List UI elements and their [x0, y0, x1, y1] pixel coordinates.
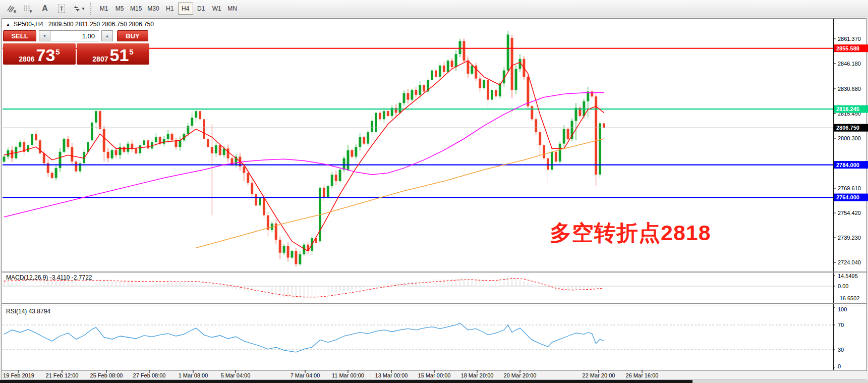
- text-tool-icon[interactable]: T: [54, 2, 69, 15]
- volume-increase-button[interactable]: ▲: [101, 30, 113, 41]
- symbol-label: SP500-,H4: [14, 21, 43, 28]
- toolbar-separator: [90, 3, 91, 15]
- sell-button[interactable]: SELL: [3, 30, 36, 41]
- timeframe-w1[interactable]: W1: [209, 3, 224, 15]
- buy-button[interactable]: BUY: [117, 30, 148, 41]
- buy-quote[interactable]: 2807 51 5: [77, 43, 149, 65]
- volume-input[interactable]: [50, 30, 99, 41]
- svg-text:F: F: [30, 9, 32, 13]
- timeframe-d1[interactable]: D1: [194, 3, 209, 15]
- indicator-lines-icon[interactable]: E: [4, 2, 19, 15]
- timeframe-h1[interactable]: H1: [162, 3, 178, 15]
- timeframe-h4[interactable]: H4: [178, 3, 193, 15]
- buy-price-sup: 5: [129, 48, 133, 56]
- chart-window[interactable]: [2, 18, 866, 380]
- text-label-icon[interactable]: A: [37, 2, 52, 15]
- macd-label: MACD(12,26,9) -3.4110 -2.7722: [6, 274, 92, 281]
- collapse-arrow-icon[interactable]: ▲: [6, 22, 10, 27]
- bottom-strip-right: [692, 380, 868, 383]
- sell-quote[interactable]: 2806 73 5: [3, 43, 76, 65]
- buy-price-prefix: 2807: [92, 56, 108, 63]
- dropdown-caret-icon: ▾: [82, 6, 85, 11]
- bottom-strip: [0, 380, 692, 383]
- svg-text:E: E: [14, 9, 17, 13]
- sell-price-sup: 5: [55, 48, 60, 56]
- chart-title: ▲ SP500-,H4 2809.500 2811.250 2806.750 2…: [6, 21, 154, 28]
- ohlc-label: 2809.500 2811.250 2806.750 2806.750: [48, 21, 154, 28]
- rsi-label: RSI(14) 43.8794: [6, 308, 50, 315]
- sell-price-prefix: 2806: [19, 56, 34, 63]
- timeframe-m5[interactable]: M5: [112, 3, 127, 15]
- timeframe-m15[interactable]: M15: [128, 3, 144, 15]
- sell-price-big: 73: [36, 48, 55, 63]
- timeframe-group: M1M5M15M30H1H4D1W1MN: [96, 3, 241, 15]
- one-click-trading-panel: SELL ▼ ▲ BUY 2806 73 5 2807 51 5: [3, 30, 149, 65]
- timeframe-mn[interactable]: MN: [225, 3, 240, 15]
- timeframe-m30[interactable]: M30: [145, 3, 161, 15]
- timeframe-m1[interactable]: M1: [96, 3, 111, 15]
- arrow-tools-icon[interactable]: ▾: [71, 2, 86, 15]
- annotation-text: 多空转折点2818: [550, 218, 711, 248]
- fibonacci-grid-icon[interactable]: F: [21, 2, 36, 15]
- volume-decrease-button[interactable]: ▼: [39, 30, 50, 41]
- toolbar: E F A T ▾ M1M5M15M30H1H4D1W1MN: [0, 0, 868, 17]
- buy-price-big: 51: [109, 48, 129, 63]
